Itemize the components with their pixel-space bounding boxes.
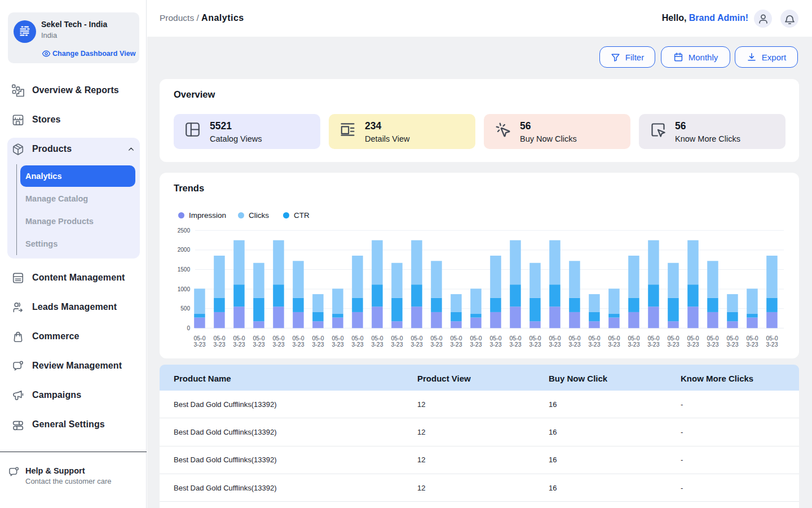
svg-text:05-03-23: 05-03-23	[568, 335, 580, 348]
svg-text:2500: 2500	[178, 227, 191, 234]
svg-text:05-03-23: 05-03-23	[470, 335, 482, 348]
svg-text:05-03-23: 05-03-23	[292, 335, 304, 348]
svg-text:05-03-23: 05-03-23	[766, 335, 778, 348]
svg-text:05-03-23: 05-03-23	[371, 335, 383, 348]
svg-text:05-03-23: 05-03-23	[312, 335, 324, 348]
svg-text:05-03-23: 05-03-23	[351, 335, 363, 348]
svg-text:05-03-23: 05-03-23	[253, 335, 264, 348]
svg-text:05-03-23: 05-03-23	[233, 335, 245, 348]
svg-text:05-03-23: 05-03-23	[332, 335, 343, 348]
svg-text:2000: 2000	[178, 247, 191, 253]
svg-text:0: 0	[187, 325, 190, 331]
svg-text:05-03-23: 05-03-23	[529, 335, 541, 348]
svg-text:05-03-23: 05-03-23	[391, 335, 403, 348]
svg-text:05-03-23: 05-03-23	[588, 335, 600, 348]
svg-text:05-03-23: 05-03-23	[746, 335, 758, 348]
svg-text:05-03-23: 05-03-23	[411, 335, 422, 348]
svg-text:05-03-23: 05-03-23	[549, 335, 561, 348]
svg-text:05-03-23: 05-03-23	[707, 335, 718, 348]
svg-text:05-03-23: 05-03-23	[726, 335, 738, 348]
svg-text:05-03-23: 05-03-23	[667, 335, 679, 348]
svg-text:500: 500	[180, 305, 190, 312]
svg-text:05-03-23: 05-03-23	[193, 335, 205, 348]
svg-text:05-03-23: 05-03-23	[450, 335, 462, 348]
svg-text:05-03-23: 05-03-23	[608, 335, 620, 348]
svg-text:05-03-23: 05-03-23	[687, 335, 699, 348]
svg-text:05-03-23: 05-03-23	[213, 335, 225, 348]
svg-text:1500: 1500	[178, 266, 191, 273]
svg-text:05-03-23: 05-03-23	[489, 335, 501, 348]
svg-text:05-03-23: 05-03-23	[430, 335, 442, 348]
svg-text:05-03-23: 05-03-23	[509, 335, 521, 348]
svg-text:05-03-23: 05-03-23	[272, 335, 284, 348]
svg-text:1000: 1000	[178, 286, 191, 292]
svg-text:05-03-23: 05-03-23	[647, 335, 659, 348]
svg-text:05-03-23: 05-03-23	[628, 335, 639, 348]
